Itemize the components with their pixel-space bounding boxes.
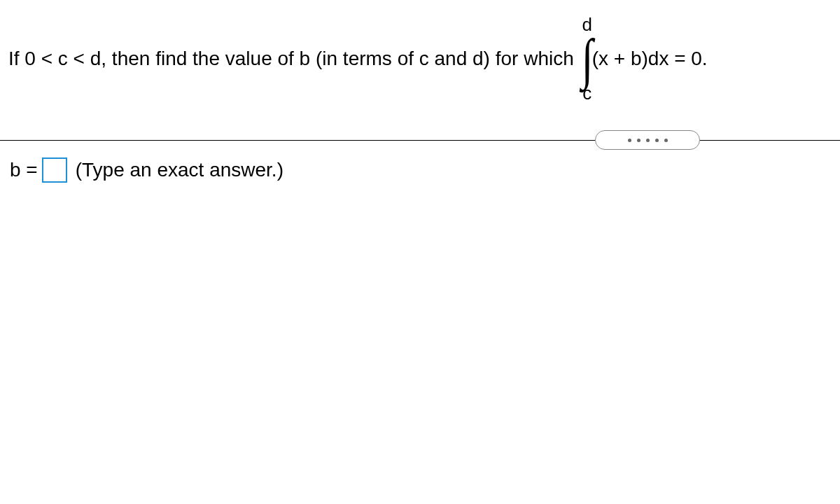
answer-hint: (Type an exact answer.) <box>76 159 284 181</box>
problem-statement: If 0 < c < d, then find the value of b (… <box>8 14 832 104</box>
integrand-text: (x + b)dx = 0. <box>592 45 708 72</box>
divider-row <box>0 130 840 150</box>
problem-text: If 0 < c < d, then find the value of b (… <box>8 45 574 72</box>
question-container: If 0 < c < d, then find the value of b (… <box>0 0 840 504</box>
integral-sign: d ∫ c <box>580 14 595 104</box>
dot-icon <box>628 139 631 142</box>
integral-symbol-icon: ∫ <box>582 35 593 83</box>
more-options-button[interactable] <box>595 130 700 150</box>
answer-row: b = (Type an exact answer.) <box>10 158 284 183</box>
dot-icon <box>664 139 668 142</box>
dot-icon <box>637 139 640 142</box>
horizontal-divider <box>0 140 840 141</box>
answer-input[interactable] <box>42 158 67 183</box>
dot-icon <box>655 139 659 142</box>
dot-icon <box>646 139 650 142</box>
integral-expression: d ∫ c (x + b)dx = 0. <box>580 14 708 104</box>
answer-label: b = <box>10 159 38 181</box>
